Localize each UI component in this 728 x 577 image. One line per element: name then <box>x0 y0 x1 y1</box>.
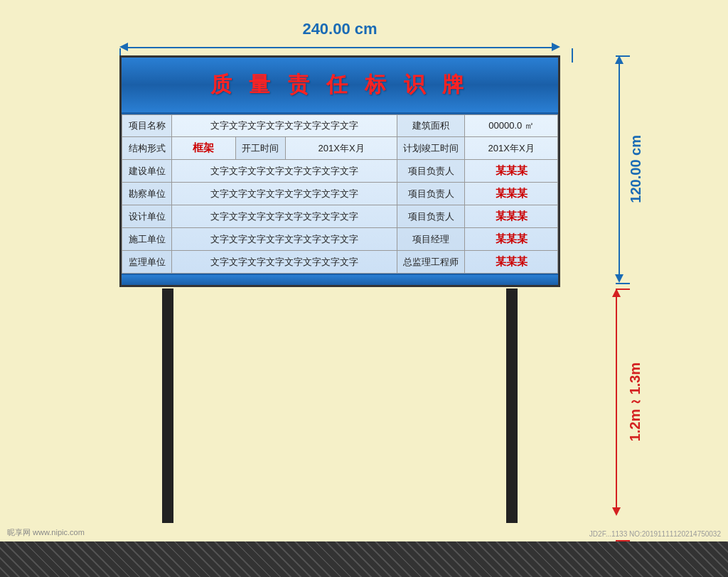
person-value: 某某某 <box>465 183 558 205</box>
right-arrow <box>552 41 560 54</box>
width-dimension: 240.00 cm <box>119 20 560 54</box>
top-arrow-blue <box>615 55 623 64</box>
height-label: 120.00 cm <box>628 135 644 203</box>
bottom-arrow-blue <box>615 274 623 283</box>
table-row: 施工单位 文字文字文字文字文字文字文字文字 项目经理 某某某 <box>122 228 558 251</box>
value-cell: 00000.0 ㎡ <box>465 115 558 137</box>
ground-height-label: 1.2m～1.3m <box>625 362 644 441</box>
value-cell: 201X年X月 <box>465 137 558 160</box>
height-arrow <box>615 55 623 283</box>
ground <box>0 541 728 577</box>
label-cell: 项目负责人 <box>397 205 465 228</box>
sign-footer <box>122 274 558 285</box>
width-label: 240.00 cm <box>302 20 377 38</box>
label-cell: 项目经理 <box>397 228 465 251</box>
person-value: 某某某 <box>465 251 558 274</box>
value-cell: 201X年X月 <box>285 137 397 160</box>
left-pole <box>162 288 173 523</box>
label-cell: 建筑面积 <box>397 115 465 137</box>
label-cell: 结构形式 <box>122 137 172 160</box>
table-row: 设计单位 文字文字文字文字文字文字文字文字 项目负责人 某某某 <box>122 205 558 228</box>
watermark-left: 昵享网 www.nipic.com <box>7 527 85 538</box>
sign-content: 项目名称 文字文字文字文字文字文字文字文字 建筑面积 00000.0 ㎡ 结构形… <box>122 114 558 274</box>
v-line-red <box>616 297 617 507</box>
sign-title: 质 量 责 任 标 识 牌 <box>210 72 469 96</box>
bottom-arrow-red <box>612 507 621 516</box>
right-tick <box>572 48 573 63</box>
top-arrow-red <box>612 288 621 297</box>
table-row: 结构形式 框架 开工时间 201X年X月 计划竣工时间 201X年X月 <box>122 137 558 160</box>
poles-container <box>119 288 560 523</box>
value-cell: 文字文字文字文字文字文字文字文字 <box>172 251 397 274</box>
watermark-right: JD2F...1133 NO:20191111120214750032 <box>589 530 721 538</box>
value-cell: 文字文字文字文字文字文字文字文字 <box>172 228 397 251</box>
label-cell: 监理单位 <box>122 251 172 274</box>
label-cell: 项目负责人 <box>397 160 465 183</box>
right-pole <box>506 288 518 523</box>
sign-board: 质 量 责 任 标 识 牌 项目名称 文字文字文字文字文字文字文字文字 建筑面积… <box>119 55 560 287</box>
ground-arrow <box>612 288 621 516</box>
label-cell: 开工时间 <box>235 137 285 160</box>
label-cell: 施工单位 <box>122 228 172 251</box>
height-dimension: 120.00 cm <box>615 55 644 283</box>
sign-header: 质 量 责 任 标 识 牌 <box>122 58 558 114</box>
width-arrow <box>119 41 560 54</box>
arrow-line <box>128 47 552 48</box>
bottom-tick-blue <box>616 283 630 284</box>
v-line-blue <box>619 64 620 274</box>
info-table: 项目名称 文字文字文字文字文字文字文字文字 建筑面积 00000.0 ㎡ 结构形… <box>122 114 558 274</box>
label-cell: 总监理工程师 <box>397 251 465 274</box>
value-cell: 文字文字文字文字文字文字文字文字 <box>172 205 397 228</box>
label-cell: 项目名称 <box>122 115 172 137</box>
person-value: 某某某 <box>465 205 558 228</box>
table-row: 项目名称 文字文字文字文字文字文字文字文字 建筑面积 00000.0 ㎡ <box>122 115 558 137</box>
label-cell: 设计单位 <box>122 205 172 228</box>
person-value: 某某某 <box>465 228 558 251</box>
structure-value: 框架 <box>172 137 236 160</box>
table-row: 勘察单位 文字文字文字文字文字文字文字文字 项目负责人 某某某 <box>122 183 558 205</box>
value-cell: 文字文字文字文字文字文字文字文字 <box>172 183 397 205</box>
label-cell: 勘察单位 <box>122 183 172 205</box>
label-cell: 计划竣工时间 <box>397 137 465 160</box>
table-row: 建设单位 文字文字文字文字文字文字文字文字 项目负责人 某某某 <box>122 160 558 183</box>
label-cell: 建设单位 <box>122 160 172 183</box>
person-value: 某某某 <box>465 160 558 183</box>
ground-hatch <box>0 541 728 577</box>
left-arrow <box>119 41 128 54</box>
label-cell: 项目负责人 <box>397 183 465 205</box>
ground-height-dimension: 1.2m～1.3m <box>612 288 644 516</box>
value-cell: 文字文字文字文字文字文字文字文字 <box>172 160 397 183</box>
table-row: 监理单位 文字文字文字文字文字文字文字文字 总监理工程师 某某某 <box>122 251 558 274</box>
value-cell: 文字文字文字文字文字文字文字文字 <box>172 115 397 137</box>
